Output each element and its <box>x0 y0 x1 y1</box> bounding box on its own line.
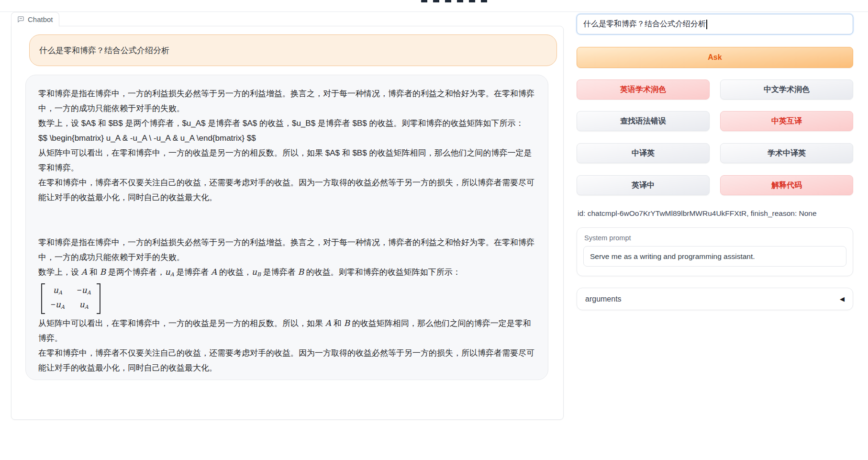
matrix-left-bracket <box>41 283 45 314</box>
bot-rendered-paragraph: 在零和博弈中，博弈者不仅要关注自己的收益，还需要考虑对手的收益。因为一方取得的收… <box>38 346 535 375</box>
system-prompt-input[interactable] <box>583 246 846 267</box>
system-prompt-label: System prompt <box>584 234 846 242</box>
user-message-text: 什么是零和博弈？结合公式介绍分析 <box>39 45 169 56</box>
btn-zh-en-mutual-translate[interactable]: 中英互译 <box>720 111 853 131</box>
matrix-right-bracket <box>97 283 100 314</box>
arguments-accordion[interactable]: arguments ◀ <box>577 288 853 310</box>
math-subscript: B <box>257 271 261 278</box>
user-message-bubble: 什么是零和博弈？结合公式介绍分析 <box>29 34 557 66</box>
btn-chinese-academic-polish[interactable]: 中文学术润色 <box>720 79 853 100</box>
bot-raw-paragraph: 在零和博弈中，博弈者不仅要关注自己的收益，还需要考虑对手的收益。因为一方取得的收… <box>38 175 535 205</box>
btn-explain-code[interactable]: 解释代码 <box>720 175 853 195</box>
btn-zh-to-en[interactable]: 中译英 <box>577 143 710 163</box>
math-var: u <box>165 267 170 277</box>
bot-message-raw-block: 零和博弈是指在博弈中，一方的利益损失必然等于另一方的利益增益。换言之，对于每一种… <box>38 86 535 205</box>
bot-rendered-paragraph: 零和博弈是指在博弈中，一方的利益损失必然等于另一方的利益增益。换言之，对于每一种… <box>38 235 535 265</box>
bot-message-bubble: 零和博弈是指在博弈中，一方的利益损失必然等于另一方的利益增益。换言之，对于每一种… <box>25 75 548 380</box>
clipped-page-title <box>421 0 492 2</box>
system-prompt-group: System prompt <box>577 227 853 276</box>
math-var: A <box>81 267 87 277</box>
matrix-cell: uA <box>77 299 91 313</box>
matrix-cell: uA <box>51 284 65 299</box>
math-var: A <box>325 318 331 328</box>
math-var: A <box>211 267 217 277</box>
payoff-matrix: uA −uA −uA uA <box>41 283 100 314</box>
matrix-cell: −uA <box>77 284 91 299</box>
collapse-arrow-icon: ◀ <box>840 295 845 303</box>
bot-raw-paragraph: 零和博弈是指在博弈中，一方的利益损失必然等于另一方的利益增益。换言之，对于每一种… <box>38 86 535 116</box>
bot-raw-paragraph: 数学上，设 $A$ 和 $B$ 是两个博弈者，$u_A$ 是博弈者 $A$ 的收… <box>38 116 535 131</box>
control-panel: 什么是零和博弈？结合公式介绍分析 Ask 英语学术润色 中文学术润色 查找语法错… <box>577 0 853 460</box>
math-var: B <box>298 267 304 277</box>
chatbot-label-text: Chatbot <box>28 15 53 23</box>
chatbot-panel: 什么是零和博弈？结合公式介绍分析 零和博弈是指在博弈中，一方的利益损失必然等于另… <box>11 26 564 420</box>
text-caret <box>706 20 707 29</box>
math-var: u <box>252 267 257 277</box>
bot-raw-latex-formula: $$ \begin{bmatrix} u_A & -u_A \ -u_A & u… <box>38 131 535 146</box>
matrix-cell: −uA <box>51 299 65 313</box>
chatbot-label: Chatbot <box>11 12 59 26</box>
bot-message-rendered-block: 零和博弈是指在博弈中，一方的利益损失必然等于另一方的利益增益。换言之，对于每一种… <box>38 235 535 375</box>
btn-academic-zh-to-en[interactable]: 学术中译英 <box>720 143 853 163</box>
math-var: B <box>100 267 106 277</box>
arguments-accordion-label: arguments <box>585 295 622 303</box>
btn-english-academic-polish[interactable]: 英语学术润色 <box>577 79 710 100</box>
math-subscript: A <box>170 271 174 278</box>
question-input[interactable]: 什么是零和博弈？结合公式介绍分析 <box>577 14 853 34</box>
question-input-value: 什么是零和博弈？结合公式介绍分析 <box>583 19 706 29</box>
ask-button[interactable]: Ask <box>577 47 853 68</box>
bot-raw-paragraph: 从矩阵中可以看出，在零和博弈中，一方的收益是另一方的相反数。所以，如果 $A$ … <box>38 146 535 175</box>
bot-rendered-math-paragraph: 数学上，设 A 和 B 是两个博弈者，uA 是博弈者 A 的收益，uB 是博弈者… <box>38 265 535 282</box>
btn-find-grammar-errors[interactable]: 查找语法错误 <box>577 111 710 131</box>
response-status-line: id: chatcmpl-6wOo7KrYTwMl89lbrMWRu4UkFFX… <box>578 209 817 218</box>
btn-en-to-zh[interactable]: 英译中 <box>577 175 710 195</box>
chat-bubble-icon <box>17 16 24 23</box>
math-var: B <box>344 318 350 328</box>
bot-rendered-math-paragraph: 从矩阵中可以看出，在零和博弈中，一方的收益是另一方的相反数。所以，如果 A 和 … <box>38 316 535 346</box>
